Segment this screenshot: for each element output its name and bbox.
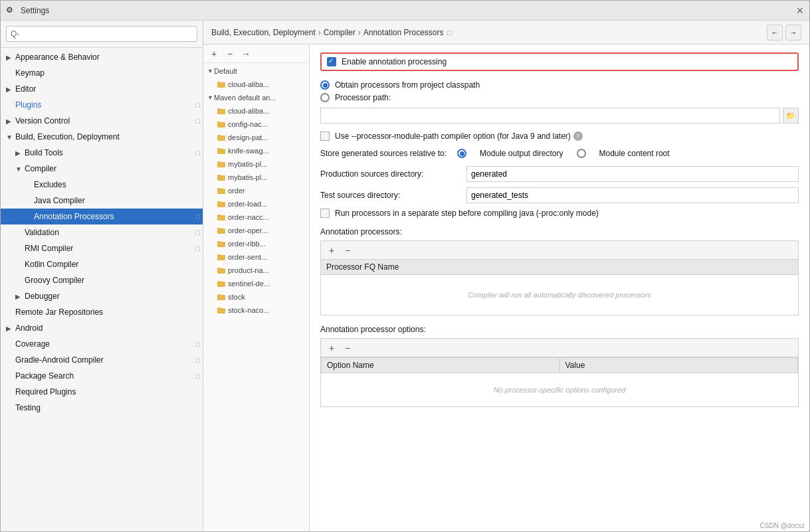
remove-option-button[interactable]: − [341,341,354,355]
svg-rect-26 [217,268,225,274]
sidebar-item-remote-jar[interactable]: Remote Jar Repositories [1,304,203,320]
app-icon: ⚙ [6,5,17,16]
maven-default-folder[interactable]: ▼Maven default an... [203,91,309,104]
path-input[interactable] [320,108,780,124]
folder-label: config-nac... [228,120,268,128]
maven-subfolder-14[interactable]: stock [203,290,309,304]
maven-subfolder-11[interactable]: order-sent... [203,250,309,264]
module-output-radio[interactable] [457,149,466,158]
back-button[interactable]: ← [767,25,783,41]
sidebar-item-debugger[interactable]: ▶Debugger [1,288,203,304]
store-generated-label: Store generated sources relative to: [320,149,447,158]
sidebar-item-gradle-android[interactable]: Gradle-Android Compiler□ [1,352,203,368]
options-table-body: No processor-specific options configured [321,373,798,406]
maven-subfolder-4[interactable]: mybatis-pl... [203,157,309,171]
sidebar-item-keymap[interactable]: Keymap [1,65,203,81]
search-input[interactable] [6,26,197,42]
folder-label: order-oper... [228,226,268,234]
maven-subfolder-13[interactable]: sentinel-de... [203,277,309,290]
svg-rect-7 [217,135,221,136]
remove-processor-button[interactable]: − [341,244,354,257]
maven-subfolder-7[interactable]: order-load... [203,197,309,211]
sidebar-item-compiler[interactable]: ▼Compiler [1,161,203,177]
processor-path-radio[interactable] [320,93,330,102]
folder-icon [217,213,226,222]
sidebar-item-coverage[interactable]: Coverage□ [1,336,203,352]
sidebar-item-testing[interactable]: Testing [1,400,203,416]
use-processor-module-row: Use --processor-module-path compiler opt… [320,132,799,141]
maven-subfolder-6[interactable]: order [203,184,309,197]
folder-toolbar: + − → [203,44,309,63]
add-processor-button[interactable]: + [325,244,338,257]
folder-tree-panel: + − → ▼Defaultcloud-aliba...▼Maven defau… [203,44,310,531]
sidebar-item-appearance[interactable]: ▶Appearance & Behavior [1,49,203,65]
test-sources-input[interactable] [466,187,799,203]
add-folder-button[interactable]: + [207,47,221,60]
expand-arrow-icon: ▼ [207,94,214,101]
maven-subfolder-9[interactable]: order-oper... [203,224,309,237]
processor-path-option: Processor path: [320,93,799,102]
sidebar-item-java-compiler[interactable]: Java Compiler [1,193,203,209]
svg-rect-4 [217,122,225,128]
obtain-processors-radio[interactable] [320,80,330,90]
svg-rect-16 [217,202,225,207]
close-button[interactable]: ✕ [796,5,804,16]
help-icon[interactable]: ? [573,132,583,141]
sidebar-item-annotation-processors[interactable]: Annotation Processors□ [1,209,203,224]
remove-folder-button[interactable]: − [223,47,237,60]
svg-rect-1 [217,82,221,83]
maven-subfolder-5[interactable]: mybatis-pl... [203,171,309,184]
forward-button[interactable]: → [785,25,801,41]
maven-subfolder-3[interactable]: knife-swag... [203,144,309,157]
svg-rect-2 [217,109,225,114]
folder-icon [217,80,226,89]
maven-subfolder-8[interactable]: order-nacc... [203,211,309,224]
sidebar-item-android[interactable]: ▶Android [1,320,203,336]
sidebar-item-kotlin-compiler[interactable]: Kotlin Compiler [1,256,203,272]
sidebar-item-label: Compiler [25,164,203,173]
folder-label: cloud-aliba... [228,80,269,88]
sidebar-item-rmi-compiler[interactable]: RMI Compiler□ [1,240,203,256]
add-option-button[interactable]: + [325,341,338,355]
sidebar-tree: ▶Appearance & BehaviorKeymap▶EditorPlugi… [1,48,203,531]
settings-icon: □ [195,213,200,221]
processors-table-header: Processor FQ Name [321,260,798,275]
settings-panel: Enable annotation processing Obtain proc… [310,44,809,531]
folder-icon [217,173,226,182]
maven-subfolder-1[interactable]: config-nac... [203,118,309,131]
sidebar-item-build-tools[interactable]: ▶Build Tools□ [1,145,203,161]
sidebar-item-required-plugins[interactable]: Required Plugins [1,384,203,400]
browse-button[interactable]: 📁 [783,108,799,124]
production-sources-input[interactable] [466,166,799,182]
sidebar-item-excludes[interactable]: Excludes [1,177,203,193]
sidebar-item-groovy-compiler[interactable]: Groovy Compiler [1,272,203,288]
maven-subfolder-2[interactable]: design-pat... [203,131,309,144]
run-processors-checkbox[interactable] [320,209,330,218]
maven-subfolder-15[interactable]: stock-naco... [203,304,309,317]
sidebar-item-label: Groovy Compiler [25,276,203,285]
sidebar-item-plugins[interactable]: Plugins□ [1,97,203,113]
maven-subfolder-0[interactable]: cloud-aliba... [203,104,309,118]
cloud-aliba-folder[interactable]: cloud-aliba... [203,78,309,91]
folder-icon [217,186,226,195]
sidebar-item-validation[interactable]: Validation□ [1,224,203,240]
test-sources-row: Test sources directory: [320,187,799,203]
module-content-radio[interactable] [577,149,586,158]
sidebar-item-package-search[interactable]: Package Search□ [1,368,203,384]
default-folder[interactable]: ▼Default [203,64,309,78]
navigate-folder-button[interactable]: → [239,47,253,60]
folder-label: knife-swag... [228,147,269,155]
use-processor-module-checkbox[interactable] [320,132,330,141]
maven-subfolder-12[interactable]: product-na... [203,264,309,277]
maven-subfolder-10[interactable]: order-ribb... [203,237,309,250]
svg-rect-30 [217,295,225,300]
svg-rect-11 [217,161,221,163]
sidebar-item-version-control[interactable]: ▶Version Control□ [1,113,203,129]
folder-label: order-sent... [228,253,267,261]
enable-annotation-checkbox[interactable] [327,57,336,66]
pin-icon[interactable]: □ [448,29,453,37]
svg-rect-8 [217,149,225,154]
sidebar-item-build-exec[interactable]: ▼Build, Execution, Deployment [1,129,203,145]
annotation-toolbar: + − [320,240,799,259]
sidebar-item-editor[interactable]: ▶Editor [1,81,203,97]
